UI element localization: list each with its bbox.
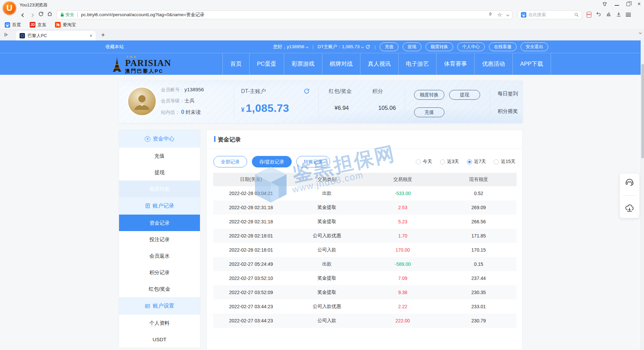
download-icon[interactable] <box>616 11 621 18</box>
bookmark-star-icon[interactable]: ☆ <box>497 12 502 17</box>
bookmark-baidu[interactable]: 百度 <box>5 22 21 28</box>
bookmark-taobao[interactable]: 淘 爱淘宝 <box>55 22 76 28</box>
col-balance: 现有额度 <box>441 173 517 186</box>
browser-tab[interactable]: 巴黎人PC × <box>16 31 96 40</box>
refresh-balance-icon[interactable] <box>365 44 370 49</box>
forward-button[interactable] <box>28 12 36 18</box>
security-badge: 安全 <box>60 12 74 18</box>
radio-7days[interactable]: 近7天 <box>467 159 486 165</box>
id-card-icon <box>145 304 150 309</box>
tab-all-records[interactable]: 全部记录 <box>213 156 247 167</box>
bookmark-jd[interactable]: JD 京东 <box>30 22 46 28</box>
sidebar-item-rebate[interactable]: 会员返水 <box>119 248 200 264</box>
cell-date: 2022-02-28 02:31:18 <box>213 215 289 229</box>
undo-icon[interactable] <box>596 11 602 18</box>
nav-promo[interactable]: 优惠活动 <box>474 53 513 75</box>
cleaner-broom-icon[interactable] <box>606 11 612 18</box>
tab-deposit-withdraw[interactable]: 存/提款记录 <box>252 156 292 167</box>
table-row: 2022-02-27 03:44:23公司入款222.00230.79 <box>213 314 517 328</box>
cell-date: 2022-02-28 03:04:21 <box>213 186 289 200</box>
cell-date: 2022-02-27 03:44:23 <box>213 314 289 328</box>
close-button[interactable]: × <box>638 2 641 6</box>
refresh-wallet-icon[interactable] <box>303 88 310 96</box>
tab-close-icon[interactable]: × <box>90 33 92 38</box>
nav-app[interactable]: APP下载 <box>513 53 551 75</box>
topbar-deposit-button[interactable]: 充值 <box>380 42 399 51</box>
back-button[interactable] <box>19 12 28 18</box>
url-text[interactable]: pc.blryl6.com/#/personal/accountLog?tag=… <box>81 12 488 18</box>
cell-date: 2022-02-28 02:18:01 <box>213 229 289 243</box>
daily-checkin-link[interactable]: 每日签到 <box>498 91 518 97</box>
topbar-service-button[interactable]: 在线客服 <box>489 42 517 51</box>
nav-live[interactable]: 真人视讯 <box>360 53 398 75</box>
topbar-withdraw-button[interactable]: 提现 <box>403 42 421 51</box>
nav-chess[interactable]: 棋牌对战 <box>322 53 360 75</box>
cell-balance: 0.15 <box>441 257 517 271</box>
reader-lightning-icon[interactable] <box>488 11 493 18</box>
radio-3days[interactable]: 近3天 <box>440 159 459 165</box>
baidu-icon <box>521 12 526 18</box>
cell-balance: 237.44 <box>441 271 517 285</box>
url-bar[interactable]: 安全 | pc.blryl6.com/#/personal/accountLog… <box>57 10 513 19</box>
search-box[interactable]: 在此搜索 <box>518 10 582 19</box>
nav-home[interactable]: 首页 <box>223 53 249 75</box>
minimize-button[interactable] <box>615 5 619 6</box>
table-row: 2022-02-28 02:18:01公司入款170.00170.15 <box>213 243 517 257</box>
sidebar-item-points-records[interactable]: 积分记录 <box>119 264 200 281</box>
sidebar-item-profile[interactable]: 个人资料 <box>119 315 200 331</box>
jd-icon: JD <box>30 22 35 28</box>
withdraw-button[interactable]: 提现 <box>449 90 480 100</box>
wallet-menu[interactable]: DT主账户：1,085.73 <box>318 44 371 50</box>
inbox-link[interactable]: 站内信： 0 封未读 <box>161 109 201 116</box>
user-menu[interactable]: 您好，y138956 <box>273 44 308 50</box>
sidebar-item-fund-records[interactable]: 资金记录 <box>119 215 200 231</box>
browser-logo: U <box>3 1 16 15</box>
transfer-button[interactable]: 额度转换 <box>414 90 444 100</box>
logo-subtitle: 澳門巴黎人PC <box>125 68 171 73</box>
date-range-group: 今天 近3天 近7天 近15天 <box>416 159 516 165</box>
cloud-download-icon[interactable] <box>624 203 635 214</box>
favorite-site-link[interactable]: 收藏本站 <box>106 44 124 50</box>
topbar-transfer-button[interactable]: 额度转换 <box>426 42 453 51</box>
menu-icon[interactable] <box>626 13 631 17</box>
nav-lottery[interactable]: 彩票游戏 <box>284 53 322 75</box>
cell-amount: 9.38 <box>365 285 441 299</box>
sidebar-item-deposit[interactable]: 充值 <box>119 148 200 164</box>
sidebar-item-bet-records[interactable]: 投注记录 <box>119 231 200 248</box>
cell-balance: 233.01 <box>441 299 517 314</box>
tabstrip-overflow-icon[interactable] <box>639 32 641 34</box>
deposit-button[interactable]: 充值 <box>414 107 444 117</box>
search-icon[interactable] <box>574 12 579 17</box>
site-logo[interactable]: THE PARISIAN 澳門巴黎人PC <box>111 56 171 73</box>
refresh-button[interactable] <box>36 11 45 18</box>
restore-button[interactable] <box>626 2 630 6</box>
taobao-icon: 淘 <box>55 22 61 28</box>
sidebar-item-withdraw[interactable]: 提现 <box>119 164 200 181</box>
topbar-logout-button[interactable]: 安全退出 <box>521 42 548 51</box>
scrollbar-thumb[interactable] <box>641 64 644 158</box>
cell-type: 公司入款 <box>289 243 365 257</box>
nav-sports[interactable]: 体育赛事 <box>436 53 474 75</box>
sidebar-item-transfer[interactable]: 额度转换 <box>119 181 200 197</box>
skin-theme-icon[interactable] <box>602 2 607 6</box>
eiffel-tower-icon <box>111 57 123 73</box>
topbar-profile-button[interactable]: 个人中心 <box>457 42 485 51</box>
sidebar-toggle-icon[interactable] <box>4 32 9 38</box>
pdf-tool-icon[interactable]: PDF <box>587 12 591 18</box>
radio-today[interactable]: 今天 <box>416 159 432 165</box>
scrollbar[interactable] <box>641 40 644 350</box>
customer-service-icon[interactable] <box>624 177 635 188</box>
points-lottery-link[interactable]: 积分摇奖 <box>498 108 518 115</box>
radio-15days[interactable]: 近15天 <box>494 159 516 165</box>
cell-balance: 0.52 <box>441 186 517 200</box>
url-dropdown-icon[interactable] <box>506 13 509 16</box>
wallet-balance: ¥1,085.73 <box>241 102 289 115</box>
search-input[interactable]: 在此搜索 <box>528 12 572 18</box>
nav-slots[interactable]: 电子游艺 <box>398 53 436 75</box>
new-tab-button[interactable]: + <box>101 31 105 39</box>
home-button[interactable] <box>45 11 54 18</box>
nav-pcdandan[interactable]: PC蛋蛋 <box>249 53 284 75</box>
tab-transfer-records[interactable]: 转账记录 <box>296 156 330 167</box>
sidebar-item-bonus[interactable]: 红包/奖金 <box>119 281 200 297</box>
sidebar-item-usdt[interactable]: USDT <box>119 331 200 348</box>
